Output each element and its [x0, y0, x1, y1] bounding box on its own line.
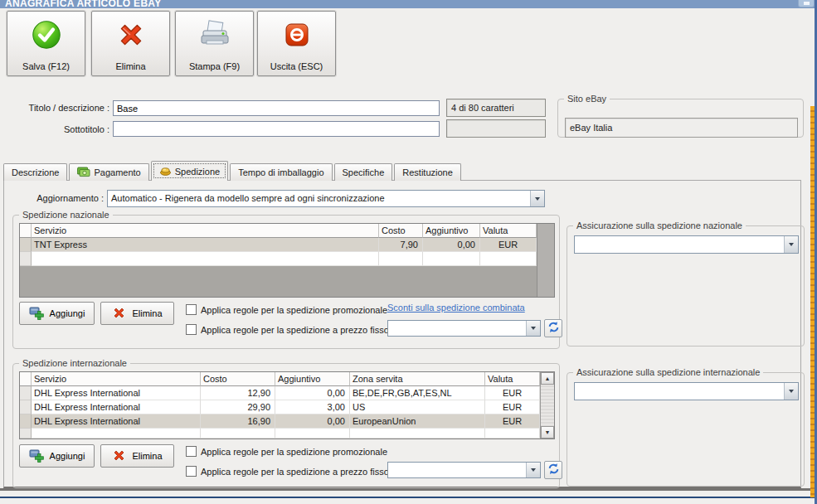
delete-button[interactable]: Elimina: [91, 11, 170, 76]
titolo-input[interactable]: [113, 100, 440, 116]
table-row[interactable]: DHL Express International 29,90 3,00 US …: [20, 400, 540, 414]
chevron-down-icon[interactable]: [530, 191, 544, 206]
chevron-down-icon[interactable]: [526, 321, 540, 336]
table-header-row: Servizio Costo Aggiuntivo Zona servita V…: [20, 372, 540, 386]
row-selector[interactable]: [20, 386, 32, 400]
col-aggiuntivo[interactable]: Aggiuntivo: [423, 224, 480, 238]
chevron-down-icon[interactable]: [784, 383, 798, 400]
row-selector[interactable]: [20, 400, 32, 414]
row-selector[interactable]: [20, 414, 32, 429]
national-promo-rules-checkbox[interactable]: [186, 304, 197, 315]
tab-pagamento-label: Pagamento: [94, 167, 140, 177]
cell-costo: 12,90: [201, 386, 275, 400]
col-costo[interactable]: Costo: [201, 372, 275, 386]
cell-aggiuntivo: 0,00: [423, 238, 480, 252]
delete-international-service-label: Elimina: [132, 451, 162, 461]
tab-specifiche-label: Specifiche: [343, 167, 385, 177]
assicurazione-nazionale-group: Assicurazione sulla spedizione nazionale: [567, 220, 805, 346]
sito-ebay-group: Sito eBay eBay Italia: [557, 94, 804, 138]
international-fixed-price-label: Applica regole per la spedizione a prezz…: [201, 467, 389, 477]
col-costo[interactable]: Costo: [379, 224, 423, 238]
international-fixed-price-checkbox[interactable]: [186, 466, 197, 477]
cell-servizio: [32, 252, 379, 266]
add-national-service-button[interactable]: Aggiungi: [19, 302, 95, 325]
window-titlebar: ANAGRAFICA ARTICOLO EBAY: [0, 0, 817, 8]
cell-aggiuntivo: 0,00: [275, 414, 350, 429]
sottotitolo-input[interactable]: [113, 121, 440, 137]
tab-pagamento[interactable]: Pagamento: [69, 163, 148, 181]
row-selector[interactable]: [20, 238, 32, 252]
cell-aggiuntivo: [275, 429, 350, 439]
col-servizio[interactable]: Servizio: [32, 224, 379, 238]
titolo-label: Titolo / descrizione :: [5, 103, 109, 113]
tab-tempo-imballaggio[interactable]: Tempo di imballaggio: [230, 163, 332, 181]
cell-aggiuntivo: 0,00: [275, 386, 350, 400]
national-promo-rules-row: Applica regole per la spedizione promozi…: [186, 304, 387, 315]
exit-button[interactable]: Uscita (ESC): [257, 11, 336, 76]
cell-costo: [379, 252, 423, 266]
cell-valuta: EUR: [485, 414, 540, 429]
table-row[interactable]: DHL Express International 12,90 0,00 BE,…: [20, 386, 540, 400]
print-button-label: Stampa (F9): [189, 61, 240, 71]
assicurazione-internazionale-group: Assicurazione sulla spedizione internazi…: [567, 367, 805, 487]
combined-shipping-discounts-link[interactable]: Sconti sulla spedizione combinata: [387, 303, 525, 313]
table-row-empty[interactable]: [20, 429, 540, 439]
tab-spedizione[interactable]: Spedizione: [151, 161, 228, 181]
delete-international-service-button[interactable]: Elimina: [100, 444, 174, 468]
table-scrollbar[interactable]: ▲ ▼: [540, 372, 554, 439]
row-selector[interactable]: [20, 429, 32, 439]
tab-restituzione[interactable]: Restituzione: [394, 163, 461, 181]
tab-descrizione[interactable]: Descrizione: [3, 163, 67, 181]
col-valuta[interactable]: Valuta: [485, 372, 540, 386]
cell-aggiuntivo: [423, 252, 480, 266]
spedizione-internazionale-table: Servizio Costo Aggiuntivo Zona servita V…: [19, 371, 555, 439]
assicurazione-nazionale-select[interactable]: [574, 235, 799, 254]
scroll-up-icon[interactable]: ▲: [541, 372, 554, 385]
cell-aggiuntivo: 3,00: [275, 400, 350, 414]
exit-button-label: Uscita (ESC): [270, 61, 323, 71]
cell-valuta: [480, 252, 537, 266]
national-fixed-price-select[interactable]: [387, 320, 541, 337]
cell-costo: 16,90: [201, 414, 275, 429]
national-fixed-price-checkbox[interactable]: [186, 324, 197, 335]
chevron-down-icon[interactable]: [784, 236, 798, 253]
sito-ebay-group-title: Sito eBay: [564, 94, 610, 104]
cell-zona-servita: BE,DE,FR,GB,AT,ES,NL: [350, 386, 485, 400]
aggiornamento-select[interactable]: Automatico - Rigenera da modello sempre …: [107, 190, 545, 207]
table-row-empty[interactable]: [20, 252, 537, 266]
spedizione-internazionale-group: Spedizione internazionale Servizio Costo…: [12, 358, 560, 488]
table-row[interactable]: TNT Express 7,90 0,00 EUR: [20, 238, 537, 252]
assicurazione-internazionale-value: [575, 383, 784, 400]
international-refresh-button[interactable]: [544, 461, 562, 479]
tab-specifiche[interactable]: Specifiche: [334, 163, 393, 181]
col-servizio[interactable]: Servizio: [32, 372, 201, 386]
aggiornamento-label: Aggiornamento :: [4, 193, 104, 203]
cell-servizio: TNT Express: [32, 238, 379, 252]
scroll-down-icon[interactable]: ▼: [541, 426, 554, 439]
national-refresh-button[interactable]: [544, 319, 562, 337]
save-button[interactable]: Salva (F12): [7, 11, 85, 76]
col-aggiuntivo[interactable]: Aggiuntivo: [275, 372, 350, 386]
titlebar-close-icon[interactable]: [798, 0, 815, 7]
save-check-icon: [32, 18, 61, 51]
print-button[interactable]: Stampa (F9): [175, 11, 254, 76]
delete-x-icon: [112, 448, 126, 464]
international-promo-rules-checkbox[interactable]: [186, 446, 197, 457]
delete-national-service-button[interactable]: Elimina: [100, 302, 174, 325]
assicurazione-internazionale-select[interactable]: [574, 382, 799, 400]
table-row[interactable]: DHL Express International 16,90 0,00 Eur…: [20, 414, 540, 429]
spedizione-tab-page: Aggiornamento : Automatico - Rigenera da…: [3, 180, 801, 488]
delete-x-icon: [116, 18, 146, 51]
refresh-icon: [547, 463, 560, 477]
table-header-row: Servizio Costo Aggiuntivo Valuta: [20, 224, 537, 238]
window-bottom-edge: [0, 497, 817, 498]
add-international-service-button[interactable]: Aggiungi: [19, 444, 95, 468]
row-selector[interactable]: [20, 252, 32, 266]
international-fixed-price-select[interactable]: [387, 462, 541, 478]
col-zona-servita[interactable]: Zona servita: [350, 372, 485, 386]
sito-ebay-value: eBay Italia: [565, 118, 798, 138]
col-valuta[interactable]: Valuta: [480, 224, 537, 238]
chevron-down-icon[interactable]: [526, 463, 540, 477]
tab-spedizione-label: Spedizione: [175, 167, 220, 177]
window-title: ANAGRAFICA ARTICOLO EBAY: [5, 0, 162, 8]
